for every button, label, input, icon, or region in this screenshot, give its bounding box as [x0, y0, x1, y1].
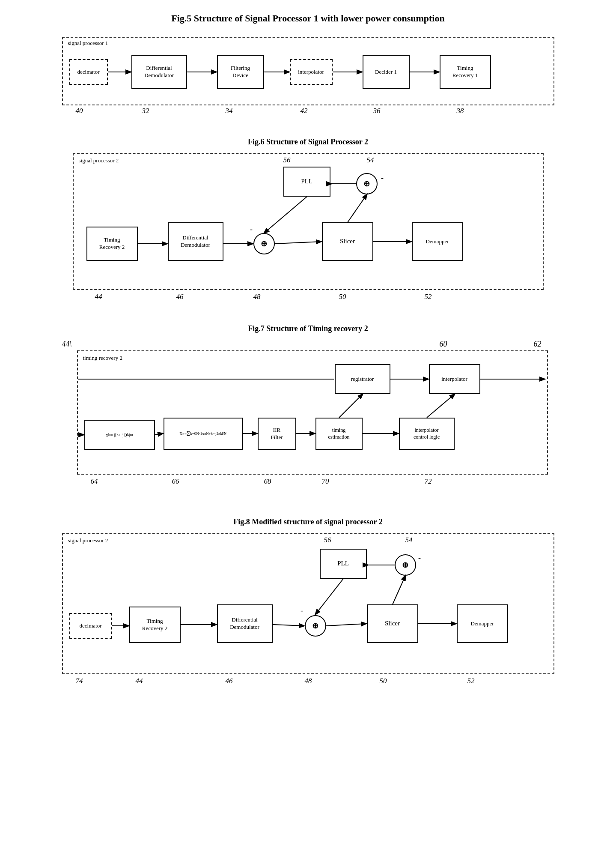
fig8-section: signal processor 2 decimator TimingRecov…: [26, 533, 590, 674]
fig5-timing-recovery1: TimingRecovery 1: [440, 55, 491, 89]
num-62: 62: [534, 340, 542, 349]
num-44b: 44: [136, 677, 143, 685]
svg-line-31: [315, 579, 343, 614]
svg-text:-: -: [381, 173, 384, 182]
num-48b: 48: [305, 677, 312, 685]
fig8-sum54: ⊕: [395, 554, 416, 576]
num-44-outer: 44\: [62, 340, 72, 349]
num-60: 60: [440, 340, 447, 349]
svg-text:-: -: [301, 606, 303, 615]
fig5-diagram: signal processor 1 decimator Differentia…: [62, 37, 554, 105]
num-36: 36: [373, 107, 381, 115]
svg-line-26: [273, 625, 304, 626]
fig8-decimator: decimator: [69, 613, 112, 639]
svg-line-29: [393, 576, 405, 604]
num-40: 40: [76, 107, 83, 115]
num-66: 66: [172, 477, 179, 486]
fig7-label: timing recovery 2: [83, 355, 122, 362]
fig7-interpolator: interpolator: [429, 364, 480, 394]
fig7-registrator: registrator: [335, 364, 390, 394]
num-54b: 54: [405, 536, 413, 544]
num-56-top: 56: [283, 156, 291, 164]
svg-text:-: -: [418, 553, 421, 562]
svg-line-11: [264, 197, 307, 233]
svg-line-27: [326, 624, 366, 626]
num-38: 38: [457, 107, 464, 115]
fig6-sum48: ⊕: [253, 233, 275, 254]
fig7-formula1: xk = |Ik + jQk|m: [84, 420, 155, 450]
num-44: 44: [95, 293, 102, 301]
fig8-slicer: Slicer: [367, 604, 418, 643]
fig8-arrows: - -: [63, 534, 554, 673]
num-46b: 46: [226, 677, 233, 685]
fig7-section: 44\ 60 62 timing recovery 2 xk = |Ik + j…: [26, 340, 590, 485]
num-48: 48: [253, 293, 261, 301]
num-72: 72: [425, 477, 432, 486]
fig8-diff-demod: DifferentialDemodulator: [217, 604, 273, 643]
fig7-formula2: Xn = Σk=0N-1 xnN+ke-j2πkl/N: [164, 418, 243, 450]
num-50: 50: [339, 293, 346, 301]
fig6-slicer: Slicer: [322, 222, 373, 261]
svg-line-15: [155, 433, 163, 435]
fig6-pll: PLL: [283, 167, 330, 197]
fig7-wrapper: 44\ 60 62 timing recovery 2 xk = |Ik + j…: [62, 340, 554, 485]
fig5-decimator: decimator: [69, 59, 108, 85]
fig6-diff-demod: DifferentialDemodulator: [168, 222, 223, 261]
num-52b: 52: [467, 677, 475, 685]
fig8-pll: PLL: [320, 549, 367, 579]
fig6-sum54: ⊕: [356, 173, 378, 194]
fig5-diff-demod: DifferentialDemodulator: [131, 55, 187, 89]
svg-line-20: [339, 394, 363, 418]
num-70: 70: [322, 477, 329, 486]
fig6-title: Fig.6 Structure of Signal Processor 2: [248, 138, 368, 146]
fig5-decider1: Decider 1: [363, 55, 410, 89]
num-32: 32: [142, 107, 149, 115]
num-50b: 50: [380, 677, 387, 685]
num-74: 74: [76, 677, 83, 685]
num-52: 52: [425, 293, 432, 301]
svg-text:-: -: [250, 225, 253, 233]
num-42: 42: [301, 107, 308, 115]
fig6-timing-rec2: TimingRecovery 2: [86, 227, 138, 261]
fig5-section: signal processor 1 decimator Differentia…: [26, 37, 590, 105]
fig5-interpolator: interpolator: [290, 59, 333, 85]
num-56b: 56: [324, 536, 331, 544]
fig7-diagram: timing recovery 2 xk = |Ik + jQk|m Xn = …: [77, 350, 548, 475]
fig8-sum48: ⊕: [305, 615, 326, 637]
svg-line-7: [275, 242, 321, 244]
fig7-title: Fig.7 Structure of Timing recovery 2: [248, 324, 368, 333]
fig7-timing-est: timingestimation: [315, 418, 363, 450]
fig6-section: signal processor 2 TimingRecovery 2 Diff…: [26, 153, 590, 290]
fig7-interp-ctrl: interpolatorcontrol logic: [399, 418, 455, 450]
num-64: 64: [91, 477, 98, 486]
svg-line-19: [427, 394, 455, 418]
num-54-top: 54: [367, 156, 374, 164]
fig5-filtering-device: FilteringDevice: [217, 55, 264, 89]
fig8-timing-rec2: TimingRecovery 2: [129, 607, 181, 643]
page-title: Fig.5 Structure of Signal Processor 1 wi…: [171, 13, 444, 24]
fig8-label: signal processor 2: [68, 537, 108, 544]
fig5-label: signal processor 1: [68, 40, 108, 47]
fig6-diagram: signal processor 2 TimingRecovery 2 Diff…: [73, 153, 544, 290]
num-34: 34: [226, 107, 233, 115]
fig8-demapper: Demapper: [457, 604, 508, 643]
fig6-label: signal processor 2: [79, 157, 119, 164]
fig7-iir-filter: IIRFilter: [258, 418, 296, 450]
num-46: 46: [176, 293, 184, 301]
fig8-title: Fig.8 Modified structure of signal proce…: [233, 517, 382, 526]
num-68: 68: [264, 477, 271, 486]
fig8-diagram: signal processor 2 decimator TimingRecov…: [62, 533, 554, 674]
svg-line-9: [348, 194, 367, 222]
fig6-demapper: Demapper: [412, 222, 463, 261]
